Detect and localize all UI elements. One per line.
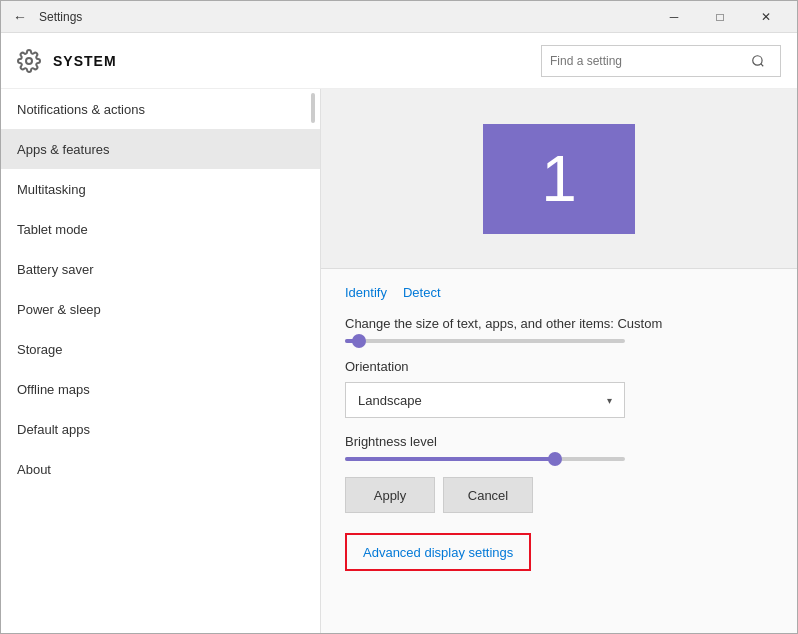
content-body: Identify Detect Change the size of text,… [321,269,797,587]
monitor-preview: 1 [321,89,797,269]
minimize-button[interactable]: ─ [651,1,697,33]
text-size-label: Change the size of text, apps, and other… [345,316,773,331]
sidebar-item-maps[interactable]: Offline maps [1,369,320,409]
sidebar-item-apps[interactable]: Apps & features [1,129,320,169]
dropdown-arrow-icon: ▾ [607,395,612,406]
header-title: SYSTEM [53,53,541,69]
sidebar-item-multitasking[interactable]: Multitasking [1,169,320,209]
advanced-display-link[interactable]: Advanced display settings [363,545,513,560]
monitor-box: 1 [483,124,635,234]
sidebar-item-default-apps[interactable]: Default apps [1,409,320,449]
sidebar: Notifications & actions Apps & features … [1,89,321,634]
text-size-slider-track[interactable] [345,339,625,343]
maximize-button[interactable]: □ [697,1,743,33]
window-controls: ─ □ ✕ [651,1,789,33]
back-button[interactable]: ← [9,5,31,29]
title-bar: ← Settings ─ □ ✕ [1,1,797,33]
orientation-value: Landscape [358,393,422,408]
orientation-dropdown[interactable]: Landscape ▾ [345,382,625,418]
sidebar-item-notifications[interactable]: Notifications & actions [1,89,320,129]
svg-point-0 [26,58,32,64]
brightness-slider-thumb[interactable] [548,452,562,466]
sidebar-item-about[interactable]: About [1,449,320,489]
advanced-display-box: Advanced display settings [345,533,531,571]
monitor-number: 1 [541,142,577,216]
search-button[interactable] [742,45,774,77]
search-box [541,45,781,77]
search-input[interactable] [542,46,742,76]
title-bar-title: Settings [39,10,651,24]
detect-link[interactable]: Detect [403,285,441,300]
system-icon [17,49,41,73]
apply-button[interactable]: Apply [345,477,435,513]
content-area: 1 Identify Detect Change the size of tex… [321,89,797,634]
identify-link[interactable]: Identify [345,285,387,300]
sidebar-scrollbar[interactable] [310,89,316,634]
svg-line-2 [761,63,764,66]
sidebar-item-tablet[interactable]: Tablet mode [1,209,320,249]
text-size-slider-thumb[interactable] [352,334,366,348]
main-layout: Notifications & actions Apps & features … [1,89,797,634]
brightness-section: Brightness level [345,434,773,461]
text-size-section: Change the size of text, apps, and other… [345,316,773,343]
cancel-button[interactable]: Cancel [443,477,533,513]
orientation-label: Orientation [345,359,773,374]
app-header: SYSTEM [1,33,797,89]
action-buttons: Apply Cancel [345,477,773,513]
links-row: Identify Detect [345,285,773,300]
brightness-slider-track[interactable] [345,457,625,461]
orientation-section: Orientation Landscape ▾ [345,359,773,418]
brightness-label: Brightness level [345,434,773,449]
brightness-slider-fill [345,457,555,461]
sidebar-item-power[interactable]: Power & sleep [1,289,320,329]
svg-point-1 [753,55,762,64]
sidebar-item-battery[interactable]: Battery saver [1,249,320,289]
sidebar-item-storage[interactable]: Storage [1,329,320,369]
close-button[interactable]: ✕ [743,1,789,33]
